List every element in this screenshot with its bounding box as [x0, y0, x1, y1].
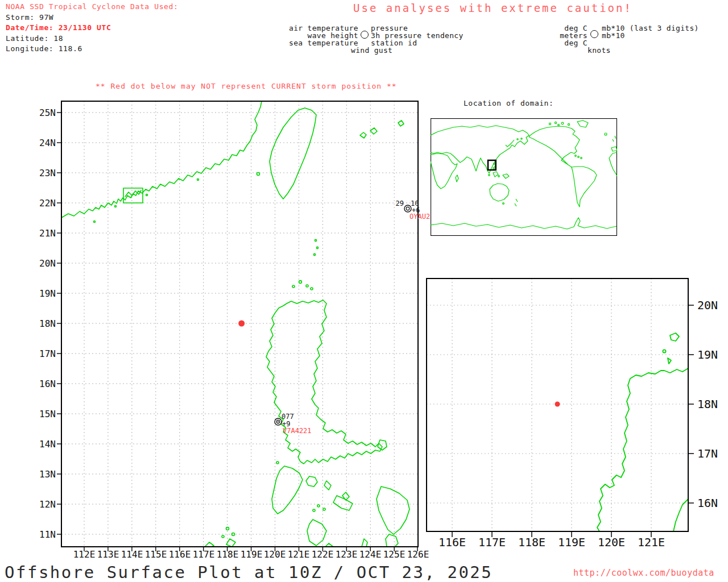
west-africa-coastline	[609, 152, 617, 176]
zoom-map-ticks	[452, 305, 694, 537]
babuyan-islands	[670, 333, 679, 341]
y-tick-label: 20N	[697, 298, 728, 312]
zoom-map	[422, 274, 695, 546]
station-circle-icon	[361, 31, 369, 39]
main-map-ticks	[57, 113, 417, 551]
domain-inset-title: Location of domain:	[464, 99, 553, 107]
burias-island	[324, 481, 331, 490]
storm-name: Storm: 97W	[6, 13, 178, 23]
uk-islands	[613, 136, 616, 142]
station-oyau2-air-temp: 29	[388, 200, 404, 207]
catanduanes-island	[378, 440, 387, 450]
masbate-island	[333, 496, 353, 510]
station-circle-icon	[590, 30, 598, 38]
y-tick-label: 25N	[32, 107, 56, 118]
tc-data-header: NOAA SSD Tropical Cyclone Data Used: Sto…	[6, 2, 178, 55]
offshore-surface-plot: NOAA SSD Tropical Cyclone Data Used: Sto…	[0, 0, 728, 582]
station-v7a4221-pressure: 077	[282, 413, 294, 420]
cebu-island	[362, 539, 367, 547]
x-tick-label: 120E	[593, 535, 630, 549]
source-url: http://coolwx.com/buoydata	[573, 568, 714, 578]
station-v7a4221-id: V7A4221	[283, 427, 312, 434]
penghu-island	[257, 173, 260, 176]
y-tick-label: 18N	[32, 318, 56, 329]
world-coastlines	[431, 120, 617, 229]
storm-longitude: Longitude: 118.6	[6, 44, 178, 55]
y-tick-label: 15N	[32, 409, 56, 419]
marinduque-island	[306, 476, 317, 487]
y-tick-label: 17N	[32, 348, 56, 359]
caution-headline: Use analyses with extreme caution!	[353, 2, 632, 14]
x-tick-label: 117E	[474, 535, 510, 549]
antarctica-coastline	[431, 218, 617, 229]
x-tick-label: 126E	[404, 549, 432, 560]
borneo-island	[493, 172, 498, 177]
x-tick-label: 122E	[309, 549, 336, 560]
iceland-island	[605, 133, 607, 135]
luzon-east-coast	[673, 499, 688, 531]
storm-datetime: Date/Time: 23/1130 UTC	[6, 23, 178, 34]
y-tick-label: 13N	[32, 469, 56, 480]
new-guinea-island	[503, 174, 509, 178]
legend-sea-temperature: sea temperature	[250, 39, 358, 47]
x-tick-label: 118E	[214, 549, 241, 560]
taiwan-coastline	[270, 108, 316, 199]
x-tick-label: 116E	[434, 535, 470, 549]
main-map	[57, 97, 423, 552]
tc-data-title: NOAA SSD Tropical Cyclone Data Used:	[6, 2, 178, 13]
ryukyu-islands	[360, 120, 404, 138]
zoom-map-coastlines	[597, 333, 688, 531]
x-tick-label: 121E	[285, 549, 312, 560]
x-tick-label: 114E	[118, 549, 146, 560]
y-tick-label: 12N	[32, 499, 56, 510]
madagascar-island	[456, 175, 458, 182]
red-dot-warning: ** Red dot below may NOT represent CURRE…	[96, 82, 397, 90]
y-tick-label: 14N	[32, 439, 56, 450]
x-tick-label: 116E	[166, 549, 193, 560]
x-tick-label: 123E	[333, 549, 360, 560]
unit-mb10: mb*10	[602, 31, 625, 40]
x-tick-label: 115E	[142, 549, 169, 560]
x-tick-label: 113E	[94, 549, 122, 560]
leyte-island	[386, 534, 398, 547]
x-tick-label: 119E	[553, 535, 590, 549]
y-tick-label: 19N	[32, 288, 56, 299]
y-tick-label: 16N	[697, 496, 728, 510]
y-tick-label: 16N	[32, 379, 56, 389]
y-tick-label: 21N	[32, 228, 56, 239]
china-coastline	[61, 101, 262, 218]
plot-title: Offshore Surface Plot at 10Z / OCT 23, 2…	[5, 563, 493, 582]
calamian-islands	[205, 539, 235, 547]
x-tick-label: 118E	[514, 535, 550, 549]
unit-deg-c-sea: deg C	[537, 39, 588, 47]
mindoro-island	[272, 466, 303, 514]
y-tick-label: 17N	[697, 447, 728, 460]
south-america-coastline	[572, 167, 597, 207]
luzon-coastline	[266, 300, 382, 464]
main-map-stations	[275, 205, 411, 425]
y-tick-label: 11N	[32, 529, 56, 540]
north-america-coastline	[529, 126, 580, 167]
y-tick-label: 18N	[697, 397, 728, 411]
storm-position-dot-zoom	[555, 402, 560, 407]
unit-knots: knots	[588, 46, 611, 55]
x-tick-label: 120E	[261, 549, 288, 560]
africa-coastline	[431, 153, 457, 189]
y-tick-label: 19N	[697, 348, 728, 361]
x-tick-label: 117E	[190, 549, 217, 560]
world-inset-frame	[431, 119, 617, 236]
y-tick-label: 23N	[32, 168, 56, 178]
australia-coastline	[490, 184, 509, 201]
y-tick-label: 20N	[32, 258, 56, 269]
main-map-coastlines	[61, 101, 410, 547]
samar-island	[377, 487, 410, 534]
y-tick-label: 24N	[32, 138, 56, 148]
panay-island	[307, 519, 326, 546]
storm-position-dot	[238, 321, 245, 327]
x-tick-label: 124E	[357, 549, 384, 560]
x-tick-label: 121E	[633, 535, 669, 549]
x-tick-label: 112E	[71, 549, 98, 560]
x-tick-label: 125E	[380, 549, 408, 560]
legend-wind-gust: wind gust	[351, 46, 392, 55]
world-inset-map	[431, 118, 617, 236]
